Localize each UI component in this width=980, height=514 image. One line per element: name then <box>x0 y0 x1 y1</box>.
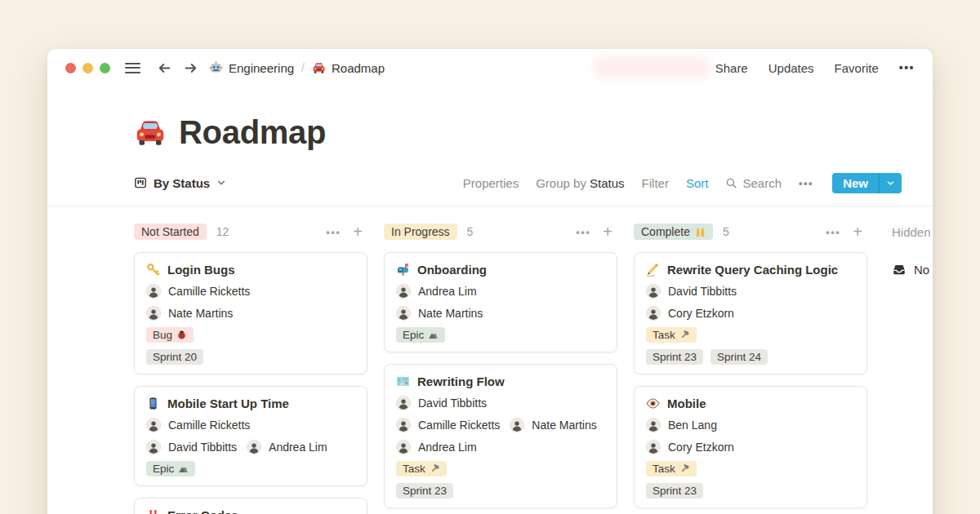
double-exclamation-icon <box>146 508 160 514</box>
person-name: Andrea Lim <box>418 285 477 298</box>
share-button[interactable]: Share <box>715 61 748 75</box>
tag-label: Sprint 23 <box>653 351 697 363</box>
mobile-phone-icon <box>146 397 160 410</box>
hammer-icon <box>679 330 690 340</box>
card-person-row: Camille Ricketts <box>146 418 355 432</box>
column-header: Complete 5 ••• + <box>634 221 867 242</box>
ladybug-icon <box>176 330 187 340</box>
card-title: Rewrite Query Caching Logic <box>667 263 838 277</box>
avatar <box>396 418 411 432</box>
column-add-icon[interactable]: + <box>353 224 363 240</box>
kanban-card[interactable]: Error Codes <box>134 498 368 514</box>
card-title-row: Onboarding <box>396 263 605 277</box>
search-button[interactable]: Search <box>725 176 782 190</box>
board-column: In Progress 5 ••• + Onboarding Andrea Li… <box>384 221 617 508</box>
column-add-icon[interactable]: + <box>603 224 612 240</box>
person: Camille Ricketts <box>146 284 250 299</box>
column-add-icon[interactable]: + <box>853 224 862 240</box>
new-dropdown-button[interactable] <box>880 173 902 193</box>
column-header: Not Started 12 ••• + <box>134 221 368 242</box>
person-name: David Tibbitts <box>168 441 237 454</box>
person-name: Camille Ricketts <box>168 285 250 298</box>
traffic-lights <box>65 63 110 73</box>
tag-label: Task <box>403 463 425 475</box>
mountain-icon <box>178 463 189 474</box>
toolbar-more-icon[interactable]: ••• <box>799 177 813 189</box>
column-more-icon[interactable]: ••• <box>576 226 590 238</box>
hidden-group-label: No <box>914 263 929 277</box>
filter-button[interactable]: Filter <box>642 176 669 190</box>
column-more-icon[interactable]: ••• <box>326 226 341 238</box>
hidden-columns-toggle[interactable]: Hidden <box>892 221 933 242</box>
person: Nate Martins <box>396 306 483 321</box>
kanban-card[interactable]: Mobile Start Up Time Camille RickettsDav… <box>134 386 368 486</box>
favorite-button[interactable]: Favorite <box>835 61 879 75</box>
hammer-icon <box>679 463 690 474</box>
card-person-row: David Tibbitts <box>396 396 605 410</box>
kanban-card[interactable]: Rewrite Query Caching Logic David Tibbit… <box>634 252 867 374</box>
sidebar-menu-icon[interactable] <box>125 63 140 73</box>
card-title-row: Error Codes <box>146 508 355 514</box>
card-tag-row: Sprint 20 <box>146 349 355 365</box>
sort-button[interactable]: Sort <box>686 176 709 190</box>
page-title[interactable]: Roadmap <box>179 114 326 151</box>
tag-pill: Epic <box>396 327 445 343</box>
avatar <box>396 440 411 454</box>
kanban-board: Not Started 12 ••• + Login Bugs Camille … <box>47 221 933 514</box>
kanban-card[interactable]: Login Bugs Camille RickettsNate MartinsB… <box>134 252 368 374</box>
new-button[interactable]: New <box>832 173 902 193</box>
properties-button[interactable]: Properties <box>463 176 519 190</box>
group-by-prefix: Group by <box>536 176 586 190</box>
breadcrumb-item-engineering[interactable]: Engineering <box>209 61 294 75</box>
view-switcher-by-status[interactable]: By Status <box>134 176 226 190</box>
card-tag-row: Sprint 23Sprint 24 <box>646 349 855 365</box>
kanban-card[interactable]: Rewriting Flow David TibbittsCamille Ric… <box>384 364 617 508</box>
new-button-label[interactable]: New <box>832 173 879 193</box>
tag-pill: Sprint 23 <box>646 483 703 498</box>
column-status-pill[interactable]: Not Started <box>134 224 207 240</box>
card-title: Error Codes <box>167 508 238 514</box>
person-name: Cory Etzkorn <box>668 307 734 320</box>
column-more-icon[interactable]: ••• <box>826 226 840 238</box>
card-person-row: Cory Etzkorn <box>646 306 855 321</box>
person: Cory Etzkorn <box>646 440 734 454</box>
hidden-group-no-status[interactable]: No <box>892 262 933 277</box>
avatar <box>510 418 524 432</box>
more-options-icon[interactable]: ••• <box>899 61 915 74</box>
updates-button[interactable]: Updates <box>768 61 814 75</box>
kanban-card[interactable]: Onboarding Andrea LimNate MartinsEpic <box>384 252 617 352</box>
card-person-row: David Tibbitts <box>646 284 855 299</box>
eye-icon <box>646 397 660 410</box>
mountain-icon <box>428 330 439 340</box>
close-window-button[interactable] <box>65 63 76 73</box>
column-status-pill[interactable]: In Progress <box>384 224 457 240</box>
person-name: David Tibbitts <box>668 285 737 298</box>
card-tag-row: Task <box>646 461 855 476</box>
breadcrumb: Engineering / Roadmap <box>209 61 385 75</box>
column-count: 12 <box>216 225 229 238</box>
person: David Tibbitts <box>646 284 737 299</box>
person-name: Camille Ricketts <box>418 419 500 432</box>
column-status-pill[interactable]: Complete <box>634 224 713 240</box>
person: Ben Lang <box>646 418 717 432</box>
zoom-window-button[interactable] <box>100 63 110 73</box>
card-title: Login Bugs <box>167 263 235 277</box>
column-header: In Progress 5 ••• + <box>384 221 617 242</box>
card-title: Onboarding <box>417 263 487 277</box>
avatar <box>646 418 661 432</box>
breadcrumb-item-roadmap[interactable]: Roadmap <box>312 61 385 75</box>
card-title-row: Login Bugs <box>146 263 355 277</box>
forward-arrow-icon[interactable] <box>183 60 198 76</box>
back-arrow-icon[interactable] <box>157 60 172 76</box>
board-column: Complete 5 ••• + Rewrite Query Caching L… <box>634 221 867 508</box>
column-count: 5 <box>723 225 729 238</box>
minimize-window-button[interactable] <box>82 63 93 73</box>
card-tag-row: Epic <box>146 461 355 476</box>
group-by-button[interactable]: Group by Status <box>536 176 624 190</box>
avatar <box>646 284 661 299</box>
search-icon <box>725 177 737 189</box>
tag-label: Task <box>653 329 675 341</box>
page-header: Roadmap <box>47 114 933 151</box>
kanban-card[interactable]: Mobile Ben LangCory EtzkornTaskSprint 23 <box>634 386 867 508</box>
person: Andrea Lim <box>396 284 477 299</box>
